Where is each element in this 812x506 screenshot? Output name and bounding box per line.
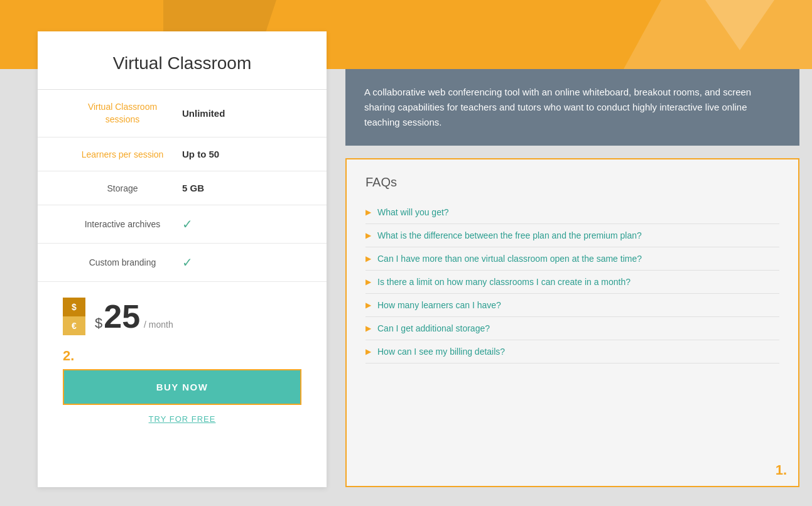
feature-label-storage: Storage [63, 183, 182, 193]
pricing-section: $ € $ 25 / month [38, 282, 327, 348]
price-amount: 25 [104, 300, 140, 333]
faq-item-3[interactable]: ▶ Is there a limit on how many classroom… [365, 271, 779, 294]
pricing-card-title: Virtual Classroom [38, 31, 327, 90]
feature-row-sessions: Virtual Classroomsessions Unlimited [38, 90, 327, 137]
faq-item-0[interactable]: ▶ What will you get? [365, 201, 779, 224]
faq-arrow-icon-3: ▶ [365, 277, 371, 286]
faq-item-5[interactable]: ▶ Can I get additional storage? [365, 317, 779, 340]
currency-euro-button[interactable]: € [63, 316, 85, 335]
step-number-2: 2. [38, 348, 327, 369]
feature-label-sessions: Virtual Classroomsessions [63, 101, 182, 126]
feature-row-branding: Custom branding ✓ [38, 244, 327, 282]
feature-value-learners: Up to 50 [182, 149, 301, 159]
price-symbol: $ [95, 315, 102, 331]
buy-now-button[interactable]: BUY NOW [63, 369, 301, 405]
description-text: A collaborative web conferencing tool wi… [364, 85, 781, 130]
feature-row-storage: Storage 5 GB [38, 171, 327, 205]
faq-question-6: How can I see my billing details? [377, 347, 505, 357]
right-panel: A collaborative web conferencing tool wi… [345, 31, 799, 487]
feature-label-branding: Custom branding [63, 257, 182, 267]
faq-item-4[interactable]: ▶ How many learners can I have? [365, 294, 779, 317]
features-table: Virtual Classroomsessions Unlimited Lear… [38, 90, 327, 282]
faq-arrow-icon-5: ▶ [365, 324, 371, 333]
check-icon-archives: ✓ [182, 217, 301, 232]
faq-item-6[interactable]: ▶ How can I see my billing details? [365, 340, 779, 363]
faq-arrow-icon-4: ▶ [365, 301, 371, 310]
faq-question-0: What will you get? [377, 207, 449, 217]
price-period: / month [144, 320, 173, 330]
faq-arrow-icon-2: ▶ [365, 254, 371, 263]
feature-label-archives: Interactive archives [63, 219, 182, 229]
feature-value-storage: 5 GB [182, 183, 301, 193]
faq-box: FAQs ▶ What will you get? ▶ What is the … [345, 158, 799, 487]
check-icon-branding: ✓ [182, 255, 301, 270]
feature-value-sessions: Unlimited [182, 108, 301, 119]
feature-row-learners: Learners per session Up to 50 [38, 137, 327, 171]
price-display: $ 25 / month [95, 300, 173, 333]
faq-arrow-icon-6: ▶ [365, 347, 371, 356]
faq-item-2[interactable]: ▶ Can I have more than one virtual class… [365, 247, 779, 271]
faq-title: FAQs [365, 175, 779, 190]
feature-label-learners: Learners per session [63, 149, 182, 159]
description-box: A collaborative web conferencing tool wi… [345, 69, 799, 146]
faq-arrow-icon-0: ▶ [365, 208, 371, 217]
faq-question-3: Is there a limit on how many classrooms … [377, 277, 631, 287]
pricing-card: Virtual Classroom Virtual Classroomsessi… [38, 31, 327, 487]
try-free-link[interactable]: TRY FOR FREE [38, 414, 327, 424]
currency-dollar-button[interactable]: $ [63, 298, 85, 316]
faq-question-5: Can I get additional storage? [377, 323, 490, 333]
currency-toggle[interactable]: $ € [63, 298, 85, 335]
faq-arrow-icon-1: ▶ [365, 231, 371, 240]
faq-question-4: How many learners can I have? [377, 300, 501, 310]
main-container: Virtual Classroom Virtual Classroomsessi… [38, 31, 799, 487]
faq-step-number: 1. [776, 462, 787, 478]
feature-row-archives: Interactive archives ✓ [38, 205, 327, 244]
faq-item-1[interactable]: ▶ What is the difference between the fre… [365, 224, 779, 247]
faq-question-1: What is the difference between the free … [377, 230, 642, 240]
faq-question-2: Can I have more than one virtual classro… [377, 254, 642, 264]
